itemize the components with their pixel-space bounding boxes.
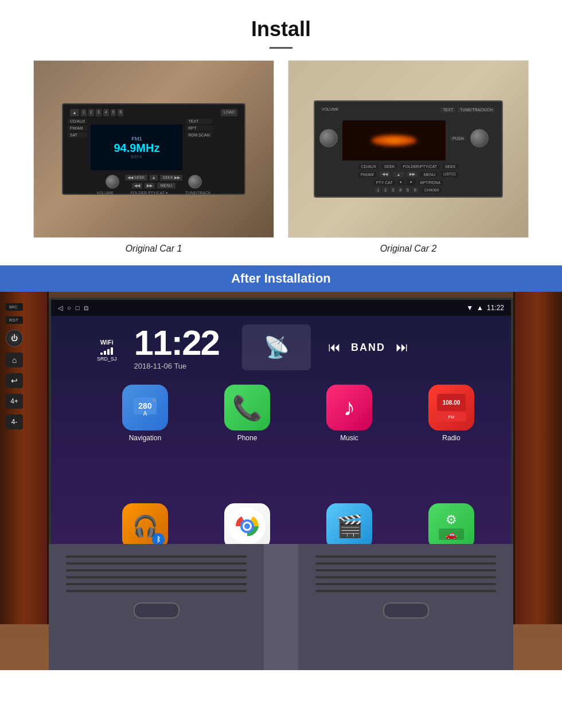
car1-caption: Original Car 1 <box>126 244 182 254</box>
radio-icon: 108.00 FM <box>428 385 474 430</box>
car2-screen <box>342 120 446 161</box>
video-icon: 🎬 <box>326 503 372 549</box>
car1-unit: ▲ 1 2 3 4 5 6 LOAD CD/AUX FM <box>62 103 245 195</box>
carsetting-icon: ⚙ 🚗 <box>428 503 474 549</box>
clock-time: 11:22 <box>134 325 220 361</box>
clock-date: 2018-11-06 Tue <box>134 362 220 370</box>
app-music[interactable]: ♪ Music <box>301 385 397 498</box>
wifi-bar-1 <box>100 353 103 355</box>
car1-item: ▲ 1 2 3 4 5 6 LOAD CD/AUX FM <box>33 60 274 254</box>
wood-panel-left: MIC RST ⏻ ⌂ ↩ 4+ 4- <box>0 292 49 624</box>
status-time: 11:22 <box>487 304 504 312</box>
phone-icon: 📞 <box>224 385 270 430</box>
car2-item: VOLUME TEXT TUNE/TRACK/CH PUSH <box>288 60 529 254</box>
vent-panel <box>49 544 513 670</box>
car1-knob-left <box>106 175 119 189</box>
vent-handle-left[interactable] <box>134 602 179 619</box>
car2-unit: VOLUME TEXT TUNE/TRACK/CH PUSH <box>314 100 503 198</box>
prev-band-btn[interactable]: ⏮ <box>328 340 341 355</box>
title-divider <box>270 47 292 49</box>
vol-down-side-btn[interactable]: 4- <box>6 414 23 429</box>
wifi-status-icon: ▲ <box>477 304 483 312</box>
clock-block: 11:22 2018-11-06 Tue <box>134 325 220 370</box>
page-title: Install <box>0 0 562 47</box>
car2-knob-left <box>319 129 338 147</box>
band-label: BAND <box>351 342 385 354</box>
wifi-widget: WiFi SRD_SJ <box>97 339 117 362</box>
phone-label: Phone <box>237 434 257 442</box>
chrome-icon <box>224 503 270 549</box>
nav-extra-icon[interactable]: ⊡ <box>84 305 88 311</box>
app-phone[interactable]: 📞 Phone <box>199 385 295 498</box>
navigation-icon: 280 A <box>122 385 168 430</box>
wifi-bar-4 <box>111 347 113 355</box>
vent-handle-right[interactable] <box>383 602 429 619</box>
back-side-btn[interactable]: ↩ <box>6 373 23 388</box>
original-cars-row: ▲ 1 2 3 4 5 6 LOAD CD/AUX FM <box>0 60 562 260</box>
nav-home-icon[interactable]: ○ <box>67 304 71 311</box>
svg-text:280: 280 <box>138 401 152 410</box>
car2-glow <box>371 135 417 146</box>
navigation-label: Navigation <box>129 434 162 442</box>
next-band-btn[interactable]: ⏭ <box>396 340 408 355</box>
rst-label: RST <box>6 316 23 324</box>
band-controls: ⏮ BAND ⏭ <box>328 340 408 355</box>
radio-widget: 📡 <box>242 324 311 370</box>
car2-photo: VOLUME TEXT TUNE/TRACK/CH PUSH <box>288 60 529 238</box>
nav-back-icon[interactable]: ◁ <box>58 304 63 312</box>
power-side-btn[interactable]: ⏻ <box>6 330 23 347</box>
car1-controls: ◀◀ SEEK ▲ SEEK ▶▶ ◀◀ ▶▶ MENU <box>106 175 202 189</box>
car1-knob-right <box>188 175 202 189</box>
vent-left <box>49 544 264 670</box>
car1-screen: FM1 94.9MHz EST① <box>91 124 182 170</box>
radio-stream-icon: 📡 <box>264 335 290 359</box>
nav-recents-icon[interactable]: □ <box>76 304 80 311</box>
location-icon: ▼ <box>466 304 473 312</box>
music-label: Music <box>340 434 358 442</box>
car2-image: VOLUME TEXT TUNE/TRACK/CH PUSH <box>288 61 528 237</box>
wifi-title: WiFi <box>100 339 114 346</box>
wifi-bar-3 <box>107 349 110 355</box>
wifi-bar-2 <box>104 351 106 355</box>
svg-text:A: A <box>143 410 147 417</box>
mic-label: MIC <box>6 303 23 311</box>
wifi-bars <box>100 347 113 355</box>
car1-freq: 94.9MHz <box>114 142 159 155</box>
btmusic-icon: 🎧 ᛒ <box>122 503 168 549</box>
car1-photo: ▲ 1 2 3 4 5 6 LOAD CD/AUX FM <box>33 60 274 238</box>
wood-panel-right <box>513 292 562 624</box>
car2-caption: Original Car 2 <box>380 244 437 254</box>
status-left: ◁ ○ □ ⊡ <box>58 304 88 312</box>
status-right: ▼ ▲ 11:22 <box>466 304 504 312</box>
radio-label: Radio <box>442 434 460 442</box>
app-radio[interactable]: 108.00 FM Radio <box>403 385 499 498</box>
svg-point-8 <box>244 523 250 529</box>
car1-image: ▲ 1 2 3 4 5 6 LOAD CD/AUX FM <box>34 61 274 237</box>
app-navigation[interactable]: 280 A Navigation <box>97 385 193 498</box>
vol-up-side-btn[interactable]: 4+ <box>6 394 23 409</box>
status-bar: ◁ ○ □ ⊡ ▼ ▲ 11:22 <box>51 300 511 316</box>
wifi-network: SRD_SJ <box>97 356 117 362</box>
after-installation-banner: After Installation <box>0 265 562 292</box>
music-icon: ♪ <box>326 385 372 430</box>
vent-right <box>298 544 513 670</box>
home-side-btn[interactable]: ⌂ <box>6 353 23 367</box>
car2-knob-right <box>470 129 489 147</box>
after-install-photo: MIC RST ⏻ ⌂ ↩ 4+ 4- ◁ ○ □ ⊡ ▼ ▲ 11:22 <box>0 292 562 670</box>
android-top: WiFi SRD_SJ 11:22 2018-11-06 Tue <box>85 316 511 379</box>
